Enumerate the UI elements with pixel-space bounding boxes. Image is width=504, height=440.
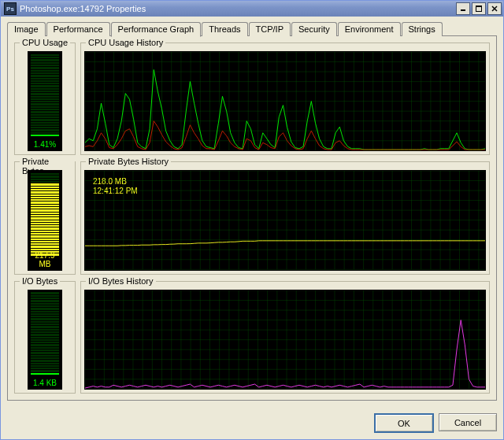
- io-history-group: I/O Bytes History: [80, 281, 490, 394]
- window-title: Photoshop.exe:14792 Properties: [20, 4, 454, 13]
- private-bytes-meter: 217.9 MB: [28, 170, 62, 270]
- properties-window: Ps Photoshop.exe:14792 Properties ImageP…: [0, 0, 504, 440]
- tab-strip: ImagePerformancePerformance GraphThreads…: [7, 21, 497, 36]
- maximize-button[interactable]: [472, 2, 486, 15]
- cancel-button[interactable]: Cancel: [439, 413, 497, 431]
- tab-performance-graph[interactable]: Performance Graph: [111, 22, 202, 37]
- titlebar[interactable]: Ps Photoshop.exe:14792 Properties: [1, 1, 503, 17]
- private-bytes-meter-group: Private Bytes 217.9 MB: [14, 161, 76, 274]
- cpu-history-group: CPU Usage History: [80, 43, 490, 155]
- private-bytes-history-group: Private Bytes History 218.0 MB 12:41:12 …: [80, 161, 490, 274]
- close-button[interactable]: [487, 2, 502, 15]
- cpu-row: CPU Usage 1.41% CPU Usage History: [14, 43, 490, 155]
- io-meter: 1.4 KB: [28, 290, 62, 390]
- cpu-usage-value: 1.41%: [28, 140, 61, 149]
- tab-panel-performance-graph: CPU Usage 1.41% CPU Usage History Privat…: [7, 35, 497, 401]
- io-history-legend: I/O Bytes History: [86, 276, 156, 286]
- private-bytes-row: Private Bytes 217.9 MB Private Bytes His…: [14, 161, 490, 274]
- io-value: 1.4 KB: [28, 379, 61, 387]
- minimize-button[interactable]: [456, 2, 470, 15]
- cpu-usage-meter-group: CPU Usage 1.41%: [14, 43, 76, 155]
- cpu-history-chart: [84, 51, 486, 151]
- tab-threads[interactable]: Threads: [202, 22, 247, 36]
- ok-button[interactable]: OK: [374, 413, 434, 433]
- app-icon: Ps: [4, 2, 17, 15]
- cpu-history-legend: CPU Usage History: [86, 38, 165, 47]
- dialog-footer: OK Cancel: [1, 407, 503, 439]
- tab-tcp-ip[interactable]: TCP/IP: [249, 22, 291, 36]
- tab-strings[interactable]: Strings: [402, 22, 443, 36]
- cpu-usage-meter: 1.41%: [28, 51, 62, 151]
- tab-security[interactable]: Security: [291, 22, 337, 36]
- io-row: I/O Bytes 1.4 KB I/O Bytes History: [14, 281, 490, 394]
- private-bytes-value: 217.9 MB: [28, 251, 61, 268]
- private-bytes-history-legend: Private Bytes History: [86, 157, 171, 166]
- tab-performance[interactable]: Performance: [46, 22, 110, 36]
- tab-environment[interactable]: Environment: [338, 22, 401, 36]
- window-body: ImagePerformancePerformance GraphThreads…: [1, 17, 503, 407]
- io-legend: I/O Bytes: [20, 276, 60, 286]
- tab-image[interactable]: Image: [7, 22, 46, 36]
- private-bytes-history-chart: 218.0 MB 12:41:12 PM: [84, 170, 486, 270]
- cpu-usage-legend: CPU Usage: [20, 38, 70, 47]
- io-meter-group: I/O Bytes 1.4 KB: [14, 281, 76, 394]
- io-history-chart: [84, 290, 486, 390]
